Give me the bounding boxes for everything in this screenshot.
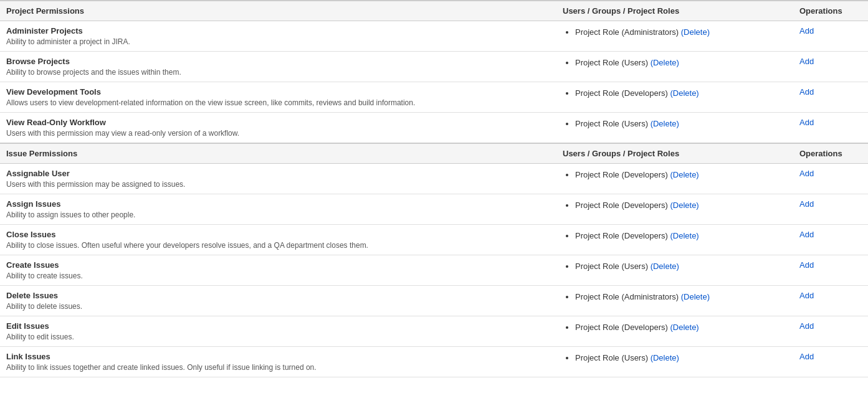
- list-item: Project Role (Users) (Delete): [575, 352, 787, 365]
- table-row: Administer ProjectsAbility to administer…: [0, 21, 868, 52]
- table-row: Delete IssuesAbility to delete issues.Pr…: [0, 286, 868, 316]
- permission-desc: Ability to assign issues to other people…: [6, 210, 135, 219]
- role-text: Project Role (Developers): [575, 231, 670, 240]
- role-text: Project Role (Developers): [575, 323, 670, 332]
- permission-desc: Ability to create issues.: [6, 272, 83, 280]
- table-row: Assign IssuesAbility to assign issues to…: [0, 194, 868, 225]
- permission-cell: View Read-Only WorkflowUsers with this p…: [0, 113, 556, 144]
- list-item: Project Role (Developers) (Delete): [575, 169, 787, 182]
- roles-cell: Project Role (Users) (Delete): [556, 347, 793, 377]
- add-link[interactable]: Add: [799, 87, 814, 97]
- table-row: Create IssuesAbility to create issues.Pr…: [0, 255, 868, 286]
- add-link[interactable]: Add: [799, 230, 814, 239]
- permission-desc: Users with this permission may view a re…: [6, 129, 239, 138]
- permission-cell: Edit IssuesAbility to edit issues.: [0, 316, 556, 347]
- col-header-ops-project-permissions: Operations: [793, 1, 868, 21]
- delete-link[interactable]: (Delete): [670, 88, 699, 98]
- permission-cell: View Development ToolsAllows users to vi…: [0, 82, 556, 113]
- list-item: Project Role (Developers) (Delete): [575, 230, 787, 243]
- permission-cell: Close IssuesAbility to close issues. Oft…: [0, 225, 556, 255]
- permission-name: View Development Tools: [6, 87, 550, 97]
- permission-desc: Ability to browse projects and the issue…: [6, 68, 181, 77]
- add-link[interactable]: Add: [799, 169, 814, 178]
- add-link[interactable]: Add: [799, 260, 814, 270]
- list-item: Project Role (Developers) (Delete): [575, 87, 787, 100]
- roles-cell: Project Role (Administrators) (Delete): [556, 286, 793, 316]
- role-text: Project Role (Developers): [575, 88, 670, 98]
- list-item: Project Role (Users) (Delete): [575, 57, 787, 70]
- operations-cell: Add: [793, 21, 868, 52]
- role-text: Project Role (Developers): [575, 170, 670, 179]
- delete-link[interactable]: (Delete): [681, 27, 710, 37]
- add-link[interactable]: Add: [799, 321, 814, 331]
- delete-link[interactable]: (Delete): [651, 58, 679, 67]
- roles-cell: Project Role (Developers) (Delete): [556, 316, 793, 347]
- permission-desc: Ability to link issues together and crea…: [6, 363, 317, 372]
- role-text: Project Role (Users): [575, 119, 651, 128]
- list-item: Project Role (Users) (Delete): [575, 260, 787, 273]
- delete-link[interactable]: (Delete): [651, 119, 679, 128]
- add-link[interactable]: Add: [799, 199, 814, 209]
- roles-cell: Project Role (Developers) (Delete): [556, 194, 793, 225]
- permission-cell: Assignable UserUsers with this permissio…: [0, 164, 556, 194]
- role-text: Project Role (Administrators): [575, 27, 681, 37]
- roles-cell: Project Role (Users) (Delete): [556, 255, 793, 286]
- add-link[interactable]: Add: [799, 118, 814, 127]
- permission-desc: Users with this permission may be assign…: [6, 180, 185, 189]
- table-row: View Development ToolsAllows users to vi…: [0, 82, 868, 113]
- roles-cell: Project Role (Users) (Delete): [556, 52, 793, 82]
- delete-link[interactable]: (Delete): [670, 323, 699, 332]
- role-text: Project Role (Users): [575, 58, 651, 67]
- operations-cell: Add: [793, 164, 868, 194]
- add-link[interactable]: Add: [799, 26, 814, 35]
- roles-cell: Project Role (Users) (Delete): [556, 113, 793, 144]
- table-row: Close IssuesAbility to close issues. Oft…: [0, 225, 868, 255]
- list-item: Project Role (Developers) (Delete): [575, 199, 787, 212]
- permission-name: Edit Issues: [6, 321, 550, 331]
- permission-desc: Ability to edit issues.: [6, 333, 74, 341]
- permission-name: Create Issues: [6, 260, 550, 270]
- table-row: Assignable UserUsers with this permissio…: [0, 164, 868, 194]
- table-row: Edit IssuesAbility to edit issues.Projec…: [0, 316, 868, 347]
- roles-cell: Project Role (Administrators) (Delete): [556, 21, 793, 52]
- delete-link[interactable]: (Delete): [670, 170, 699, 179]
- delete-link[interactable]: (Delete): [670, 231, 699, 240]
- roles-cell: Project Role (Developers) (Delete): [556, 225, 793, 255]
- list-item: Project Role (Administrators) (Delete): [575, 291, 787, 304]
- delete-link[interactable]: (Delete): [681, 292, 710, 301]
- operations-cell: Add: [793, 82, 868, 113]
- delete-link[interactable]: (Delete): [651, 262, 679, 271]
- delete-link[interactable]: (Delete): [670, 201, 699, 210]
- permission-name: View Read-Only Workflow: [6, 118, 550, 127]
- permission-name: Administer Projects: [6, 26, 550, 35]
- operations-cell: Add: [793, 113, 868, 144]
- delete-link[interactable]: (Delete): [651, 353, 679, 362]
- operations-cell: Add: [793, 52, 868, 82]
- permission-name: Browse Projects: [6, 57, 550, 66]
- permission-name: Assign Issues: [6, 199, 550, 209]
- permission-cell: Link IssuesAbility to link issues togeth…: [0, 347, 556, 377]
- roles-cell: Project Role (Developers) (Delete): [556, 82, 793, 113]
- add-link[interactable]: Add: [799, 57, 814, 66]
- permission-name: Assignable User: [6, 169, 550, 178]
- operations-cell: Add: [793, 347, 868, 377]
- role-text: Project Role (Administrators): [575, 292, 681, 301]
- operations-cell: Add: [793, 286, 868, 316]
- table-row: View Read-Only WorkflowUsers with this p…: [0, 113, 868, 144]
- col-header-roles-project-permissions: Users / Groups / Project Roles: [556, 1, 793, 21]
- roles-cell: Project Role (Developers) (Delete): [556, 164, 793, 194]
- operations-cell: Add: [793, 194, 868, 225]
- operations-cell: Add: [793, 225, 868, 255]
- section-header-issue-permissions: Issue PermissionsUsers / Groups / Projec…: [0, 143, 868, 164]
- permission-desc: Allows users to view development-related…: [6, 98, 415, 107]
- role-text: Project Role (Users): [575, 353, 651, 362]
- add-link[interactable]: Add: [799, 291, 814, 300]
- permission-desc: Ability to administer a project in JIRA.: [6, 37, 130, 46]
- role-text: Project Role (Users): [575, 262, 651, 271]
- operations-cell: Add: [793, 255, 868, 286]
- add-link[interactable]: Add: [799, 352, 814, 361]
- col-header-ops-issue-permissions: Operations: [793, 143, 868, 164]
- permission-cell: Create IssuesAbility to create issues.: [0, 255, 556, 286]
- section-header-project-permissions: Project PermissionsUsers / Groups / Proj…: [0, 1, 868, 21]
- permission-desc: Ability to close issues. Often useful wh…: [6, 241, 368, 250]
